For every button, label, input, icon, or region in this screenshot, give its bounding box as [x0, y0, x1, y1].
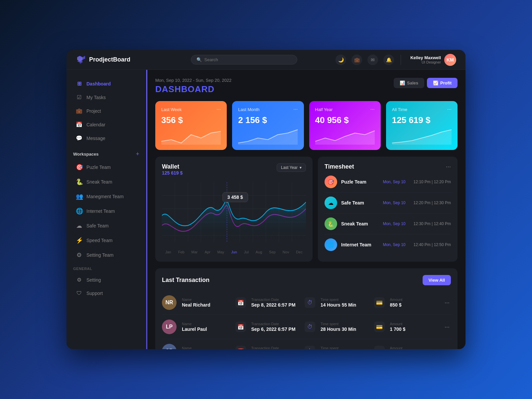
briefcase-button[interactable]: 💼 [351, 55, 362, 65]
sidebar: ⊞ Dashboard ☑ My Tasks 💼 Project 📅 Calen… [66, 70, 146, 349]
sneak-team-avatar: 🐍 [325, 217, 337, 230]
amount-icon-2: 💳 [374, 322, 385, 332]
wallet-filter-button[interactable]: Last Year ▾ [277, 163, 306, 172]
workspaces-header: Workspaces + [66, 145, 146, 160]
stat-menu-icon[interactable]: ··· [447, 106, 452, 112]
wallet-title: Wallet [162, 163, 183, 170]
workspaces-label: Workspaces [73, 152, 98, 157]
header-search: 🔍 [152, 55, 335, 65]
timesheet-date: Mon, Sep 10 [383, 200, 405, 205]
sidebar-item-label: Support [86, 291, 103, 296]
stat-label: All Time [392, 107, 407, 112]
sidebar-item-sneak-team[interactable]: 🐍 Sneak Team [69, 175, 143, 189]
stat-label: Last Week [161, 107, 182, 112]
stat-chart [238, 128, 298, 145]
puzle-team-avatar: 🎯 [325, 176, 337, 188]
user-info[interactable]: Kelley Maxwell UI Designer KM [410, 54, 456, 66]
stat-menu-icon[interactable]: ··· [370, 106, 374, 112]
timesheet-item-safe: ☁ Safe Team Mon, Sep 10 12:20 Pm | 12:30… [325, 193, 451, 213]
search-input[interactable] [204, 57, 292, 62]
month-sep: Sep [269, 250, 276, 254]
calendar-icon: 📅 [76, 121, 82, 128]
date-range: Mon, Sep 10, 2022 - Sun, Sep 20, 2022 [155, 78, 231, 83]
user-role: UI Designer [410, 60, 441, 64]
transaction-avatar-2: LP [162, 320, 177, 334]
transaction-date-field-3: Transaction Date Sep 1, 2022 6:57 PM [251, 346, 300, 349]
stat-menu-icon[interactable]: ··· [293, 106, 298, 112]
add-workspace-button[interactable]: + [136, 151, 139, 158]
puzle-team-icon: 🎯 [76, 164, 82, 171]
search-bar[interactable]: 🔍 [191, 55, 297, 65]
view-all-button[interactable]: View All [423, 275, 451, 285]
timesheet-item-puzle: 🎯 Puzle Team Mon, Sep 10 12:10 Pm | 12:2… [325, 172, 451, 193]
sidebar-item-puzle-team[interactable]: 🎯 Puzle Team [69, 160, 143, 174]
transaction-name-field-3: Name Shawn Pierce [182, 346, 230, 349]
sidebar-item-project[interactable]: 💼 Project [69, 104, 143, 117]
timesheet-item-internet: 🌐 Internet Team Mon, Sep 10 12:40 Pm | 1… [325, 234, 451, 255]
timesheet-times: 12:10 Pm | 12:20 Pm [413, 180, 451, 184]
notification-button[interactable]: 🔔 [383, 55, 394, 65]
clock-icon-1: ⏱ [305, 297, 315, 308]
tab-profit-button[interactable]: 📈 Profit [427, 78, 458, 88]
search-icon: 🔍 [197, 57, 202, 62]
sidebar-item-mytasks[interactable]: ☑ My Tasks [69, 91, 143, 104]
month-feb: Feb [178, 250, 185, 254]
sidebar-item-management-team[interactable]: 👥 Manegment Team [69, 190, 143, 203]
stat-card-lastmonth[interactable]: Last Month ··· 2 156 $ [232, 101, 304, 150]
project-icon: 💼 [76, 108, 82, 114]
tab-sales-button[interactable]: 📊 Sales [394, 78, 424, 88]
header-divider [401, 55, 401, 65]
header: ProdjectBoard 🔍 🌙 💼 ✉ 🔔 Kelley Maxwell U… [66, 50, 466, 70]
user-details: Kelley Maxwell UI Designer [410, 55, 441, 64]
title-area: Mon, Sep 10, 2022 - Sun, Sep 20, 2022 DA… [155, 78, 231, 94]
speed-team-icon: ⚡ [76, 237, 82, 244]
calendar-icon-2: 📅 [235, 322, 246, 332]
wallet-chart-svg [162, 182, 306, 242]
sidebar-item-setting-team[interactable]: ⚙ Setting Team [69, 248, 143, 262]
stat-card-alltime[interactable]: All Time ··· 125 619 $ [386, 101, 458, 150]
wallet-chart: 3 458 $ [162, 182, 306, 249]
clock-icon-3: ⏱ [305, 346, 315, 349]
app-container: ProdjectBoard 🔍 🌙 💼 ✉ 🔔 Kelley Maxwell U… [66, 50, 466, 349]
sidebar-item-speed-team[interactable]: ⚡ Speed Team [69, 233, 143, 247]
theme-toggle-button[interactable]: 🌙 [335, 55, 346, 65]
timesheet-menu-icon[interactable]: ··· [446, 163, 451, 170]
stat-menu-icon[interactable]: ··· [216, 106, 221, 112]
month-nov: Nov [283, 250, 289, 254]
stat-card-header: Half Year ··· [315, 106, 375, 112]
sidebar-item-label: Dashboard [86, 81, 111, 86]
transaction-date-field-2: Transaction Date Sep 6, 2022 6:57 PM [251, 322, 300, 332]
month-jun: Jun [231, 250, 237, 254]
stat-card-header: Last Week ··· [161, 106, 221, 112]
stat-card-lastweek[interactable]: Last Week ··· 356 $ [155, 101, 227, 150]
transaction-amount-field-1: Amount 850 $ [390, 298, 438, 308]
timesheet-times: 12:20 Pm | 12:30 Pm [413, 200, 451, 205]
wallet-timesheet-row: Wallet 125 619 $ Last Year ▾ 3 458 $ [155, 157, 458, 262]
transaction-menu-icon-3[interactable]: ··· [443, 346, 451, 349]
general-label: General [66, 263, 146, 273]
transaction-name-field-2: Name Laurel Paul [182, 322, 230, 332]
sidebar-item-internet-team[interactable]: 🌐 Internet Team [69, 204, 143, 218]
management-team-icon: 👥 [76, 193, 82, 200]
stat-value: 2 156 $ [238, 115, 298, 125]
content-topbar: Mon, Sep 10, 2022 - Sun, Sep 20, 2022 DA… [155, 78, 458, 94]
internet-team-icon: 🌐 [76, 207, 82, 215]
mail-button[interactable]: ✉ [367, 55, 378, 65]
sidebar-item-safe-team[interactable]: ☁ Safe Team [69, 219, 143, 233]
safe-team-avatar: ☁ [325, 197, 337, 209]
sidebar-item-message[interactable]: 💬 Message [69, 132, 143, 145]
sidebar-item-calendar[interactable]: 📅 Calendar [69, 118, 143, 131]
timesheet-items: 🎯 Puzle Team Mon, Sep 10 12:10 Pm | 12:2… [325, 172, 451, 255]
sidebar-item-setting[interactable]: ⚙ Setting [69, 273, 143, 286]
stat-chart [392, 128, 452, 145]
chevron-down-icon: ▾ [300, 165, 302, 170]
stat-label: Last Month [238, 107, 259, 112]
calendar-icon-1: 📅 [235, 297, 246, 308]
transaction-menu-icon-1[interactable]: ··· [443, 298, 451, 308]
sidebar-item-dashboard[interactable]: ⊞ Dashboard [69, 77, 143, 90]
timesheet-times: 12:30 Pm | 12:40 Pm [413, 221, 451, 226]
stat-card-halfyear[interactable]: Half Year ··· 40 956 $ [309, 101, 381, 150]
sidebar-item-support[interactable]: 🛡 Support [69, 287, 143, 300]
transaction-menu-icon-2[interactable]: ··· [443, 322, 451, 332]
logo-text: ProdjectBoard [89, 56, 130, 63]
